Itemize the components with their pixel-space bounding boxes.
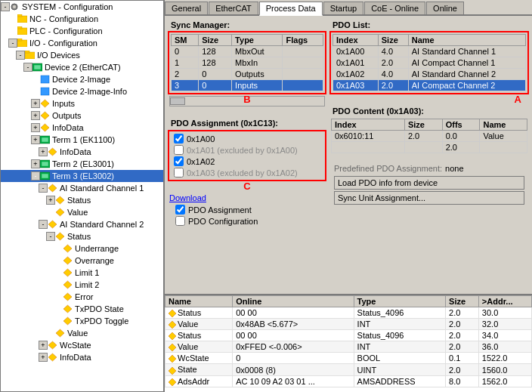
right-content: PDO List: A IndexSizeName0x1A004.0AI Sta… [329, 19, 529, 291]
pdo-content-col-header: Name [480, 119, 527, 131]
tree-expander[interactable]: + [31, 135, 40, 144]
tree-expander[interactable]: - [46, 232, 55, 241]
tab-online[interactable]: Online [426, 2, 464, 14]
tree-expander[interactable]: - [23, 63, 32, 72]
bottom-table-cell: 34.0 [478, 330, 531, 341]
tree-item-nc[interactable]: NC - Configuration [1, 13, 163, 25]
predefined-label: Predefined PDO Assignment: [334, 164, 442, 173]
download-checkbox[interactable] [175, 216, 185, 226]
bottom-table-row[interactable]: AdsAddrAC 10 09 A2 03 01 ...AMSADDRESS8.… [165, 375, 532, 387]
pdo-list-row[interactable]: 0x1A012.0AI Compact Channel 1 [333, 57, 526, 69]
bottom-table-cell: 2.0 [446, 341, 479, 353]
tree-item-aisc1-value[interactable]: Value [1, 206, 163, 218]
tree-item-aisc2-under[interactable]: Underrange [1, 242, 163, 255]
tree-item-infodata2[interactable]: +InfoData [1, 351, 163, 363]
pdo-list-cell: AI Standard Channel 2 [408, 69, 525, 80]
tree-expander[interactable]: + [31, 111, 40, 120]
device-icon [32, 63, 43, 72]
yellow-diamond-icon [48, 353, 58, 362]
tree-item-aisc2-err[interactable]: Error [1, 291, 163, 303]
tree-item-term3[interactable]: -Term 3 (EL3002) [1, 170, 163, 182]
bottom-table-row[interactable]: Value0xFFED <-0.006>INT2.036.0 [165, 341, 532, 353]
tree-item-aisc2-txpdo[interactable]: TxPDO State [1, 303, 163, 315]
svg-marker-39 [169, 310, 176, 317]
predefined-button[interactable]: Load PDO info from device [334, 176, 524, 190]
tree-item-aisc2-status[interactable]: -Status [1, 230, 163, 242]
tree-item-iodevices[interactable]: -I/O Devices [1, 49, 163, 61]
tab-process-data[interactable]: Process Data [259, 2, 323, 16]
tree-item-aisc2-lim1[interactable]: Limit 1 [1, 267, 163, 279]
folder-icon [17, 14, 28, 23]
tab-coe---online[interactable]: CoE - Online [364, 2, 425, 14]
tab-ethercat[interactable]: EtherCAT [209, 2, 258, 14]
tree-expander[interactable]: + [46, 196, 55, 205]
tree-item-io[interactable]: -I/O - Configuration [1, 37, 163, 49]
tree-item-aisc2-txpdotgl[interactable]: TxPDO Toggle [1, 315, 163, 327]
tree-item-aisc2-lim2[interactable]: Limit 2 [1, 279, 163, 291]
tree-item-term1info[interactable]: +InfoData [1, 146, 163, 158]
pdo-assign-checkbox[interactable] [174, 134, 184, 144]
bottom-table-row[interactable]: Value0x48AB <5.677>INT2.032.0 [165, 319, 532, 330]
predefined-button[interactable]: Sync Unit Assignment... [334, 191, 524, 205]
tree-item-device2imginfo[interactable]: Device 2-Image-Info [1, 85, 163, 97]
tree-item-system[interactable]: -SYSTEM - Configuration [1, 1, 163, 13]
pdo-list-row[interactable]: 0x1A024.0AI Standard Channel 2 [333, 69, 526, 80]
tree-item-outputs[interactable]: +Outputs [1, 110, 163, 122]
tree-item-plc[interactable]: PLC - Configuration [1, 25, 163, 37]
tree-item-term2[interactable]: +Term 2 (EL3001) [1, 158, 163, 170]
bottom-table-cell: 0xFFED <-0.006> [233, 341, 354, 353]
sm-table-row[interactable]: 20Outputs [172, 69, 323, 80]
tree-item-aisc1-status[interactable]: +Status [1, 194, 163, 206]
folder-icon [17, 26, 28, 35]
bottom-table-row[interactable]: WcState0BOOL0.11522.0 [165, 353, 532, 364]
bottom-table-row[interactable]: Status00 00Status_40962.030.0 [165, 307, 532, 319]
tree-expander[interactable]: + [31, 159, 40, 168]
sm-table-row[interactable]: 30Inputs [172, 80, 323, 91]
pdo-list-row[interactable]: 0x1A032.0AI Compact Channel 2 [333, 80, 526, 91]
tree-expander[interactable]: - [1, 2, 10, 11]
bottom-table-row[interactable]: State0x0008 (8)UINT2.01560.0 [165, 364, 532, 375]
tree-expander[interactable]: - [31, 171, 40, 181]
sm-col-header: SM [172, 35, 199, 46]
bottom-name-text: Value [178, 319, 198, 329]
tree-expander[interactable]: - [16, 51, 25, 60]
tree-item-wcstate[interactable]: +WcState [1, 339, 163, 351]
tree-item-aisc1[interactable]: -AI Standard Channel 1 [1, 182, 163, 194]
pdo-assign-checkbox[interactable] [174, 168, 184, 177]
tree-expander[interactable]: + [39, 147, 48, 156]
pdo-list-col-header: Name [408, 35, 525, 46]
tree-item-aisc2-over[interactable]: Overrange [1, 255, 163, 267]
sm-table-row[interactable]: 1128MbxIn [172, 57, 323, 69]
tree-label: Value [67, 208, 88, 217]
bottom-table-row[interactable]: Status00 00Status_40962.034.0 [165, 330, 532, 341]
tree-expander[interactable]: - [8, 39, 17, 48]
tree-expander[interactable]: + [39, 341, 48, 350]
bottom-table-cell: INT [354, 341, 445, 353]
svg-point-1 [13, 5, 16, 8]
tree-expander[interactable]: - [39, 184, 48, 193]
tree-label: NC - Configuration [29, 14, 98, 23]
svg-marker-30 [63, 257, 72, 264]
bottom-name-cell: AdsAddr [165, 375, 233, 387]
pdo-assign-checkbox[interactable] [174, 145, 184, 155]
tree-item-inputs[interactable]: +Inputs [1, 97, 163, 110]
tree-item-infodata[interactable]: +InfoData [1, 122, 163, 134]
tree-expander[interactable]: + [39, 353, 48, 362]
pdo-content-col-header: Size [404, 119, 442, 131]
pdo-assign-checkbox[interactable] [174, 156, 184, 166]
tree-expander[interactable]: + [31, 99, 40, 108]
tab-startup[interactable]: Startup [323, 2, 363, 14]
tree-item-device2img[interactable]: Device 2-Image [1, 73, 163, 85]
tree-expander[interactable]: - [39, 220, 48, 229]
download-checkbox[interactable] [175, 205, 185, 215]
tree-item-aisc2-value[interactable]: Value [1, 327, 163, 339]
pdo-list-row[interactable]: 0x1A004.0AI Standard Channel 1 [333, 46, 526, 57]
tree-expander[interactable]: + [31, 123, 40, 132]
tree-label: Device 2-Image [52, 75, 110, 84]
tree-item-term1[interactable]: +Term 1 (EK1100) [1, 134, 163, 146]
tab-general[interactable]: General [165, 2, 208, 14]
tree-item-aisc2[interactable]: -AI Standard Channel 2 [1, 218, 163, 230]
download-link[interactable]: Download [169, 193, 325, 202]
sm-table-row[interactable]: 0128MbxOut [172, 46, 323, 57]
tree-item-device2[interactable]: -Device 2 (EtherCAT) [1, 61, 163, 73]
